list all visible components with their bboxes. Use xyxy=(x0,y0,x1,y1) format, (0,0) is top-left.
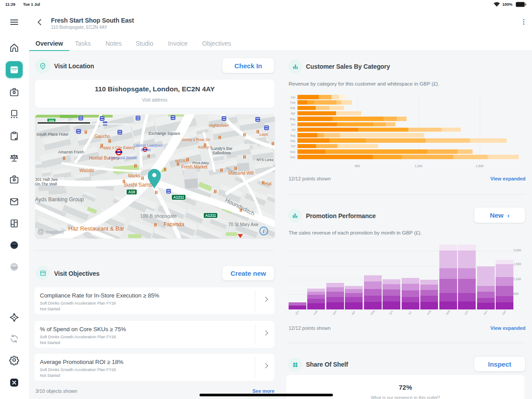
svg-text:Exchange Square: Exchange Square xyxy=(149,131,180,136)
svg-text:Jonny s Row Sn: Jonny s Row Sn xyxy=(181,137,210,142)
svg-text:WOJO: WOJO xyxy=(175,159,187,163)
svg-text:301 Hall Jws: 301 Hall Jws xyxy=(35,177,58,182)
svg-text:Mac and Will: Mac and Will xyxy=(228,171,254,176)
svg-text:On The Wall: On The Wall xyxy=(35,182,57,186)
svg-text:Fazenda: Fazenda xyxy=(164,221,184,227)
svg-text:Wasabi: Wasabi xyxy=(79,168,94,173)
svg-text:Street: Street xyxy=(141,148,151,152)
svg-text:NTS Lorks: NTS Lorks xyxy=(257,158,274,162)
svg-text:Laps: Laps xyxy=(259,132,268,137)
svg-text:O: O xyxy=(39,230,42,235)
svg-text:Lundy's Bar: Lundy's Bar xyxy=(211,146,232,151)
svg-text:Hat: Hat xyxy=(265,181,272,186)
svg-text:Liverpool Street: Liverpool Street xyxy=(109,156,137,160)
svg-text:Amazon Fresh: Amazon Fresh xyxy=(58,150,84,154)
svg-text:100 B shopsgate: 100 B shopsgate xyxy=(140,213,177,219)
svg-text:A1211: A1211 xyxy=(173,195,184,200)
svg-text:A1211: A1211 xyxy=(205,213,216,218)
svg-text:Kelley s: Kelley s xyxy=(198,145,212,149)
svg-text:South Place Hotel: South Place Hotel xyxy=(36,132,68,137)
svg-text:Highbolster: Highbolster xyxy=(209,123,229,128)
svg-text:A10: A10 xyxy=(49,119,54,122)
svg-text:A10: A10 xyxy=(128,190,135,194)
svg-text:London Liverpool: London Liverpool xyxy=(133,143,162,148)
svg-text:Ayds Banking Group: Ayds Banking Group xyxy=(35,196,84,203)
svg-text:Fresh Market: Fresh Market xyxy=(181,164,207,169)
svg-text:Marks: Marks xyxy=(128,173,140,178)
svg-text:Gaucho: Gaucho xyxy=(94,134,110,139)
svg-text:Salledions: Salledions xyxy=(212,151,231,155)
svg-text:70 St Mary Axe: 70 St Mary Axe xyxy=(228,222,258,227)
svg-text:Haz Restaurant & Bar: Haz Restaurant & Bar xyxy=(68,225,125,232)
svg-text:mapbox: mapbox xyxy=(45,229,64,235)
